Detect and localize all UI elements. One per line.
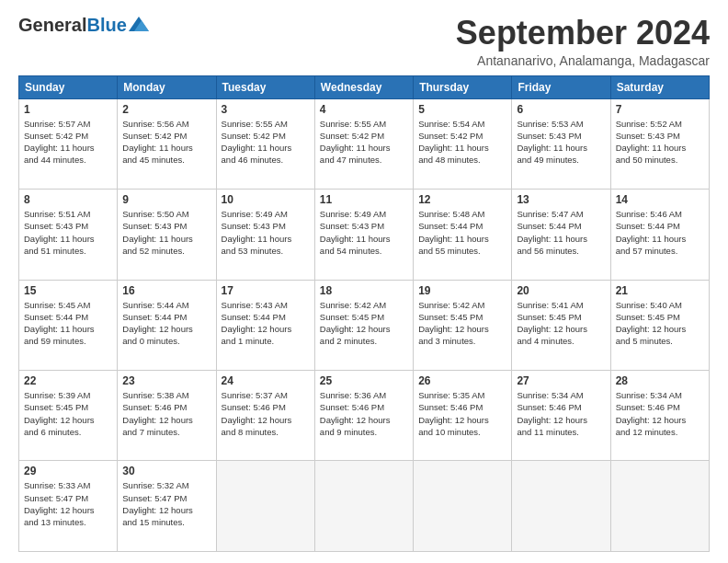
day-number: 29	[24, 465, 112, 477]
day-number: 10	[222, 193, 310, 206]
calendar-day-cell: 4Sunrise: 5:55 AM Sunset: 5:42 PM Daylig…	[314, 98, 413, 189]
calendar-day-cell: 26Sunrise: 5:35 AM Sunset: 5:46 PM Dayli…	[414, 371, 512, 461]
calendar-header-row: SundayMondayTuesdayWednesdayThursdayFrid…	[19, 75, 710, 98]
calendar-day-cell: 3Sunrise: 5:55 AM Sunset: 5:42 PM Daylig…	[216, 98, 314, 189]
logo-icon	[129, 17, 149, 31]
calendar-day-cell: 12Sunrise: 5:48 AM Sunset: 5:44 PM Dayli…	[414, 190, 512, 280]
logo: GeneralBlue	[18, 15, 149, 36]
calendar-day-cell	[610, 461, 709, 552]
day-number: 2	[122, 103, 210, 116]
day-of-week-header: Friday	[512, 75, 610, 98]
calendar-day-cell: 1Sunrise: 5:57 AM Sunset: 5:42 PM Daylig…	[19, 98, 118, 189]
day-number: 1	[24, 103, 112, 116]
day-info: Sunrise: 5:42 AM Sunset: 5:45 PM Dayligh…	[418, 299, 506, 348]
calendar-day-cell: 6Sunrise: 5:53 AM Sunset: 5:43 PM Daylig…	[512, 98, 610, 189]
calendar-day-cell: 29Sunrise: 5:33 AM Sunset: 5:47 PM Dayli…	[19, 461, 118, 552]
day-info: Sunrise: 5:34 AM Sunset: 5:46 PM Dayligh…	[616, 389, 704, 438]
calendar-day-cell: 14Sunrise: 5:46 AM Sunset: 5:44 PM Dayli…	[610, 190, 709, 280]
day-number: 15	[24, 284, 112, 297]
day-number: 16	[122, 284, 210, 297]
logo-text: GeneralBlue	[18, 15, 127, 36]
calendar-day-cell: 27Sunrise: 5:34 AM Sunset: 5:46 PM Dayli…	[512, 371, 610, 461]
calendar-day-cell: 5Sunrise: 5:54 AM Sunset: 5:42 PM Daylig…	[414, 98, 512, 189]
calendar-day-cell: 25Sunrise: 5:36 AM Sunset: 5:46 PM Dayli…	[314, 371, 413, 461]
calendar-day-cell: 21Sunrise: 5:40 AM Sunset: 5:45 PM Dayli…	[610, 280, 709, 370]
day-number: 23	[122, 374, 210, 387]
day-info: Sunrise: 5:53 AM Sunset: 5:43 PM Dayligh…	[517, 118, 605, 167]
day-info: Sunrise: 5:56 AM Sunset: 5:42 PM Dayligh…	[122, 118, 210, 167]
day-number: 22	[24, 374, 112, 387]
calendar-day-cell: 20Sunrise: 5:41 AM Sunset: 5:45 PM Dayli…	[512, 280, 610, 370]
day-info: Sunrise: 5:34 AM Sunset: 5:46 PM Dayligh…	[517, 389, 605, 438]
calendar-day-cell: 23Sunrise: 5:38 AM Sunset: 5:46 PM Dayli…	[118, 371, 216, 461]
day-info: Sunrise: 5:40 AM Sunset: 5:45 PM Dayligh…	[616, 299, 704, 348]
day-info: Sunrise: 5:43 AM Sunset: 5:44 PM Dayligh…	[222, 299, 310, 348]
day-info: Sunrise: 5:51 AM Sunset: 5:43 PM Dayligh…	[24, 208, 112, 257]
day-number: 12	[418, 193, 506, 206]
day-info: Sunrise: 5:32 AM Sunset: 5:47 PM Dayligh…	[122, 479, 210, 528]
day-info: Sunrise: 5:42 AM Sunset: 5:45 PM Dayligh…	[320, 299, 408, 348]
calendar-day-cell: 22Sunrise: 5:39 AM Sunset: 5:45 PM Dayli…	[19, 371, 118, 461]
day-number: 20	[517, 284, 605, 297]
day-number: 21	[616, 284, 704, 297]
day-number: 11	[320, 193, 408, 206]
day-info: Sunrise: 5:55 AM Sunset: 5:42 PM Dayligh…	[222, 118, 310, 167]
day-info: Sunrise: 5:41 AM Sunset: 5:45 PM Dayligh…	[517, 299, 605, 348]
day-number: 8	[24, 193, 112, 206]
page: GeneralBlue September 2024 Antananarivo,…	[0, 0, 728, 563]
calendar-week-row: 15Sunrise: 5:45 AM Sunset: 5:44 PM Dayli…	[19, 280, 710, 370]
day-info: Sunrise: 5:38 AM Sunset: 5:46 PM Dayligh…	[122, 389, 210, 438]
day-info: Sunrise: 5:46 AM Sunset: 5:44 PM Dayligh…	[616, 208, 704, 257]
day-number: 7	[616, 103, 704, 116]
calendar-day-cell: 7Sunrise: 5:52 AM Sunset: 5:43 PM Daylig…	[610, 98, 709, 189]
month-title: September 2024	[456, 15, 710, 52]
day-info: Sunrise: 5:50 AM Sunset: 5:43 PM Dayligh…	[122, 208, 210, 257]
calendar-day-cell: 11Sunrise: 5:49 AM Sunset: 5:43 PM Dayli…	[314, 190, 413, 280]
day-number: 26	[418, 374, 506, 387]
calendar-day-cell	[512, 461, 610, 552]
calendar-table: SundayMondayTuesdayWednesdayThursdayFrid…	[18, 75, 710, 552]
calendar-day-cell	[414, 461, 512, 552]
day-number: 4	[320, 103, 408, 116]
day-number: 25	[320, 374, 408, 387]
day-info: Sunrise: 5:57 AM Sunset: 5:42 PM Dayligh…	[24, 118, 112, 167]
calendar-day-cell: 19Sunrise: 5:42 AM Sunset: 5:45 PM Dayli…	[414, 280, 512, 370]
calendar-day-cell: 2Sunrise: 5:56 AM Sunset: 5:42 PM Daylig…	[118, 98, 216, 189]
calendar-day-cell: 18Sunrise: 5:42 AM Sunset: 5:45 PM Dayli…	[314, 280, 413, 370]
header: GeneralBlue September 2024 Antananarivo,…	[18, 15, 710, 68]
day-number: 14	[616, 193, 704, 206]
calendar-day-cell: 9Sunrise: 5:50 AM Sunset: 5:43 PM Daylig…	[118, 190, 216, 280]
calendar-day-cell: 28Sunrise: 5:34 AM Sunset: 5:46 PM Dayli…	[610, 371, 709, 461]
day-info: Sunrise: 5:49 AM Sunset: 5:43 PM Dayligh…	[320, 208, 408, 257]
calendar-day-cell: 17Sunrise: 5:43 AM Sunset: 5:44 PM Dayli…	[216, 280, 314, 370]
calendar-day-cell	[314, 461, 413, 552]
day-of-week-header: Saturday	[610, 75, 709, 98]
day-number: 17	[222, 284, 310, 297]
day-info: Sunrise: 5:52 AM Sunset: 5:43 PM Dayligh…	[616, 118, 704, 167]
day-info: Sunrise: 5:37 AM Sunset: 5:46 PM Dayligh…	[222, 389, 310, 438]
calendar-week-row: 22Sunrise: 5:39 AM Sunset: 5:45 PM Dayli…	[19, 371, 710, 461]
calendar-day-cell: 13Sunrise: 5:47 AM Sunset: 5:44 PM Dayli…	[512, 190, 610, 280]
title-block: September 2024 Antananarivo, Analamanga,…	[456, 15, 710, 68]
calendar-day-cell: 8Sunrise: 5:51 AM Sunset: 5:43 PM Daylig…	[19, 190, 118, 280]
day-info: Sunrise: 5:47 AM Sunset: 5:44 PM Dayligh…	[517, 208, 605, 257]
day-number: 9	[122, 193, 210, 206]
calendar-week-row: 29Sunrise: 5:33 AM Sunset: 5:47 PM Dayli…	[19, 461, 710, 552]
calendar-day-cell	[216, 461, 314, 552]
day-number: 28	[616, 374, 704, 387]
day-number: 18	[320, 284, 408, 297]
day-info: Sunrise: 5:45 AM Sunset: 5:44 PM Dayligh…	[24, 299, 112, 348]
day-info: Sunrise: 5:49 AM Sunset: 5:43 PM Dayligh…	[222, 208, 310, 257]
day-of-week-header: Thursday	[414, 75, 512, 98]
calendar-day-cell: 24Sunrise: 5:37 AM Sunset: 5:46 PM Dayli…	[216, 371, 314, 461]
calendar-day-cell: 15Sunrise: 5:45 AM Sunset: 5:44 PM Dayli…	[19, 280, 118, 370]
calendar-week-row: 1Sunrise: 5:57 AM Sunset: 5:42 PM Daylig…	[19, 98, 710, 189]
day-number: 5	[418, 103, 506, 116]
day-info: Sunrise: 5:54 AM Sunset: 5:42 PM Dayligh…	[418, 118, 506, 167]
day-number: 30	[122, 465, 210, 477]
calendar-week-row: 8Sunrise: 5:51 AM Sunset: 5:43 PM Daylig…	[19, 190, 710, 280]
day-number: 19	[418, 284, 506, 297]
day-number: 6	[517, 103, 605, 116]
day-info: Sunrise: 5:39 AM Sunset: 5:45 PM Dayligh…	[24, 389, 112, 438]
day-info: Sunrise: 5:36 AM Sunset: 5:46 PM Dayligh…	[320, 389, 408, 438]
